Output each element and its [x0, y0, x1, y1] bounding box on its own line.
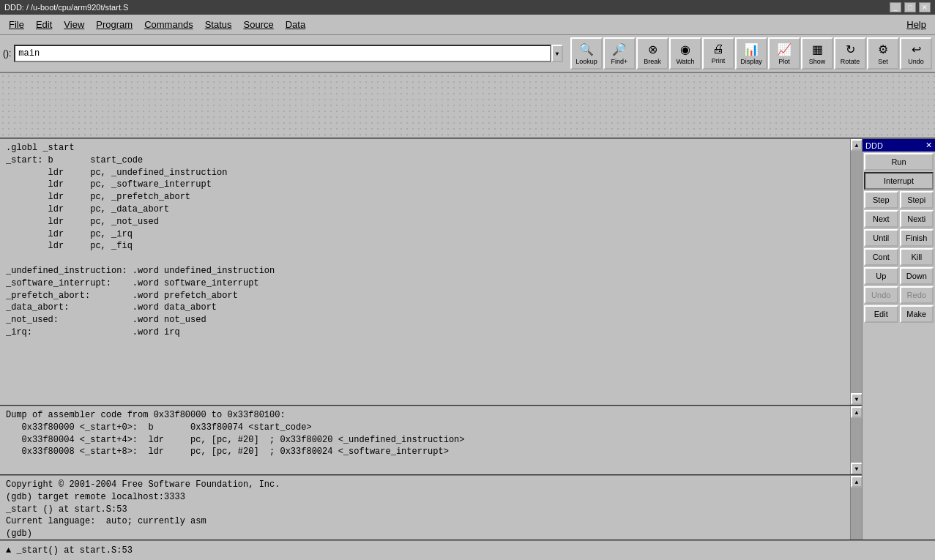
show-button[interactable]: ▦ Show	[801, 37, 833, 70]
title-bar-controls: _ □ ✕	[890, 2, 931, 12]
asm-content: Dump of assembler code from 0x33f80000 t…	[0, 406, 862, 461]
show-icon: ▦	[812, 42, 823, 56]
asm-scrollbar[interactable]: ▲ ▼	[850, 406, 862, 474]
next-button[interactable]: Next	[864, 210, 898, 228]
scroll-track[interactable]	[851, 151, 862, 393]
up-pair: Up Down	[864, 267, 934, 285]
make-button[interactable]: Make	[900, 305, 934, 323]
menu-source[interactable]: Source	[238, 18, 280, 31]
ddd-panel-header: DDD ✕	[863, 139, 935, 152]
undo-icon: ↩	[912, 42, 921, 56]
rotate-button[interactable]: ↻ Rotate	[834, 37, 866, 70]
left-panes: .globl _start _start: b start_code ldr p…	[0, 139, 862, 560]
source-content: .globl _start _start: b start_code ldr p…	[0, 139, 862, 342]
interrupt-button[interactable]: Interrupt	[864, 172, 934, 190]
menu-status[interactable]: Status	[199, 18, 238, 31]
title-text: DDD: / /u-boot/cpu/arm920t/start.S	[4, 3, 128, 12]
watch-button[interactable]: ◉ Watch	[669, 37, 701, 70]
break-button[interactable]: ⊗ Break	[636, 37, 668, 70]
close-window-button[interactable]: ✕	[919, 2, 931, 12]
rotate-label: Rotate	[841, 58, 860, 65]
status-bar: ▲ _start() at start.S:53	[0, 540, 935, 560]
content-wrapper: .globl _start _start: b start_code ldr p…	[0, 73, 935, 560]
toolbar: (): ▼ 🔍 Lookup 🔎 Find+ ⊗ Break ◉ Watch 🖨…	[0, 35, 935, 73]
set-label: Set	[878, 58, 888, 65]
undo-pair: Undo Redo	[864, 286, 934, 304]
up-button[interactable]: Up	[864, 267, 898, 285]
source-pane[interactable]: .globl _start _start: b start_code ldr p…	[0, 139, 862, 406]
watch-icon: ◉	[680, 42, 690, 56]
toolbar-buttons: 🔍 Lookup 🔎 Find+ ⊗ Break ◉ Watch 🖨 Print…	[570, 37, 932, 70]
edit-button[interactable]: Edit	[864, 305, 898, 323]
menu-help[interactable]: Help	[901, 18, 932, 31]
lookup-icon: 🔍	[579, 42, 594, 56]
stepi-button[interactable]: Stepi	[900, 191, 934, 209]
input-dropdown-button[interactable]: ▼	[551, 45, 563, 62]
display-icon: 📊	[744, 42, 759, 56]
rotate-icon: ↻	[846, 42, 855, 56]
print-button[interactable]: 🖨 Print	[702, 37, 734, 70]
down-button[interactable]: Down	[900, 267, 934, 285]
menu-bar: File Edit View Program Commands Status S…	[0, 15, 935, 35]
asm-scroll-track[interactable]	[851, 418, 862, 463]
menu-edit[interactable]: Edit	[30, 18, 58, 31]
nexti-button[interactable]: Nexti	[900, 210, 934, 228]
step-button[interactable]: Step	[864, 191, 898, 209]
find-button[interactable]: 🔎 Find+	[603, 37, 636, 70]
next-pair: Next Nexti	[864, 210, 934, 228]
scroll-up-button[interactable]: ▲	[851, 139, 862, 151]
cont-pair: Cont Kill	[864, 248, 934, 266]
until-button[interactable]: Until	[864, 229, 898, 247]
input-area: (): ▼	[3, 45, 563, 62]
ddd-undo-button[interactable]: Undo	[864, 286, 898, 304]
minimize-button[interactable]: _	[890, 2, 901, 12]
until-pair: Until Finish	[864, 229, 934, 247]
asm-scroll-up-button[interactable]: ▲	[851, 406, 862, 418]
status-text: ▲ _start() at start.S:53	[6, 545, 133, 556]
source-scrollbar[interactable]: ▲ ▼	[850, 139, 862, 405]
title-bar: DDD: / /u-boot/cpu/arm920t/start.S _ □ ✕	[0, 0, 935, 15]
set-button[interactable]: ⚙ Set	[867, 37, 899, 70]
find-icon: 🔎	[612, 42, 627, 56]
undo-button[interactable]: ↩ Undo	[900, 37, 932, 70]
print-icon: 🖨	[712, 42, 724, 56]
run-button[interactable]: Run	[864, 153, 934, 171]
plot-icon: 📈	[777, 42, 791, 56]
menu-view[interactable]: View	[58, 18, 90, 31]
panes-wrapper: .globl _start _start: b start_code ldr p…	[0, 139, 935, 560]
edit-pair: Edit Make	[864, 305, 934, 323]
scroll-down-button[interactable]: ▼	[851, 393, 862, 405]
kill-button[interactable]: Kill	[900, 248, 934, 266]
menu-program[interactable]: Program	[90, 18, 138, 31]
menu-commands[interactable]: Commands	[138, 18, 198, 31]
ddd-redo-button[interactable]: Redo	[900, 286, 934, 304]
menu-file[interactable]: File	[3, 18, 30, 31]
lookup-label: Lookup	[575, 58, 597, 65]
asm-pane[interactable]: Dump of assembler code from 0x33f80000 t…	[0, 406, 862, 476]
ddd-title: DDD	[865, 141, 883, 150]
plot-button[interactable]: 📈 Plot	[768, 37, 800, 70]
show-label: Show	[809, 58, 826, 65]
menu-data[interactable]: Data	[280, 18, 311, 31]
plot-label: Plot	[778, 58, 790, 65]
asm-scroll-down-button[interactable]: ▼	[851, 463, 862, 474]
display-label: Display	[740, 58, 762, 65]
cont-button[interactable]: Cont	[864, 248, 898, 266]
console-scroll-up-button[interactable]: ▲	[851, 476, 862, 488]
find-label: Find+	[611, 58, 628, 65]
command-input[interactable]	[14, 45, 551, 62]
input-label: ():	[3, 48, 11, 59]
step-pair: Step Stepi	[864, 191, 934, 209]
console-content: Copyright © 2001-2004 Free Software Foun…	[0, 476, 862, 543]
lookup-button[interactable]: 🔍 Lookup	[570, 37, 603, 70]
watch-label: Watch	[676, 58, 694, 65]
ddd-close-button[interactable]: ✕	[925, 141, 932, 150]
finish-button[interactable]: Finish	[900, 229, 934, 247]
break-label: Break	[644, 58, 661, 65]
break-icon: ⊗	[648, 42, 658, 56]
set-icon: ⚙	[878, 42, 888, 56]
undo-label: Undo	[908, 58, 924, 65]
data-display-area	[0, 73, 935, 139]
display-button[interactable]: 📊 Display	[735, 37, 767, 70]
maximize-button[interactable]: □	[904, 2, 916, 12]
